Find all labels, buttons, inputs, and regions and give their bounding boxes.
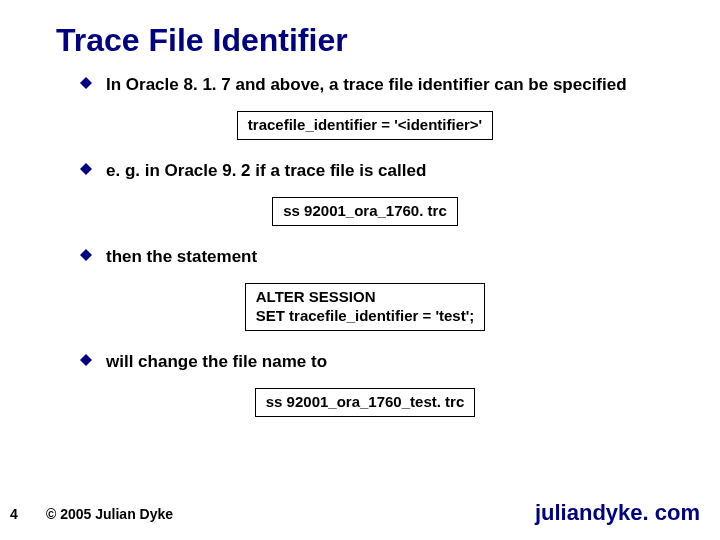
bullet-item: then the statement ALTER SESSION SET tra… bbox=[80, 246, 650, 331]
bullet-text: then the statement bbox=[106, 246, 257, 267]
slide-content: In Oracle 8. 1. 7 and above, a trace fil… bbox=[80, 74, 650, 437]
slide-title: Trace File Identifier bbox=[56, 22, 348, 59]
code-box: ALTER SESSION SET tracefile_identifier =… bbox=[245, 283, 485, 331]
code-box: tracefile_identifier = '<identifier>' bbox=[237, 111, 493, 140]
bullet-item: will change the file name to ss 92001_or… bbox=[80, 351, 650, 417]
site-url: juliandyke. com bbox=[535, 500, 700, 526]
bullet-text: will change the file name to bbox=[106, 351, 327, 372]
slide-footer: 4 © 2005 Julian Dyke juliandyke. com bbox=[0, 496, 720, 522]
diamond-bullet-icon bbox=[80, 249, 92, 261]
code-box: ss 92001_ora_1760. trc bbox=[272, 197, 457, 226]
diamond-bullet-icon bbox=[80, 354, 92, 366]
copyright-text: © 2005 Julian Dyke bbox=[46, 506, 173, 522]
diamond-bullet-icon bbox=[80, 77, 92, 89]
bullet-item: In Oracle 8. 1. 7 and above, a trace fil… bbox=[80, 74, 650, 140]
bullet-text: e. g. in Oracle 9. 2 if a trace file is … bbox=[106, 160, 426, 181]
page-number: 4 bbox=[10, 506, 18, 522]
bullet-text: In Oracle 8. 1. 7 and above, a trace fil… bbox=[106, 74, 627, 95]
svg-marker-3 bbox=[80, 354, 92, 366]
svg-marker-0 bbox=[80, 77, 92, 89]
svg-marker-1 bbox=[80, 163, 92, 175]
svg-marker-2 bbox=[80, 249, 92, 261]
slide: Trace File Identifier In Oracle 8. 1. 7 … bbox=[0, 0, 720, 540]
code-box: ss 92001_ora_1760_test. trc bbox=[255, 388, 476, 417]
diamond-bullet-icon bbox=[80, 163, 92, 175]
bullet-item: e. g. in Oracle 9. 2 if a trace file is … bbox=[80, 160, 650, 226]
